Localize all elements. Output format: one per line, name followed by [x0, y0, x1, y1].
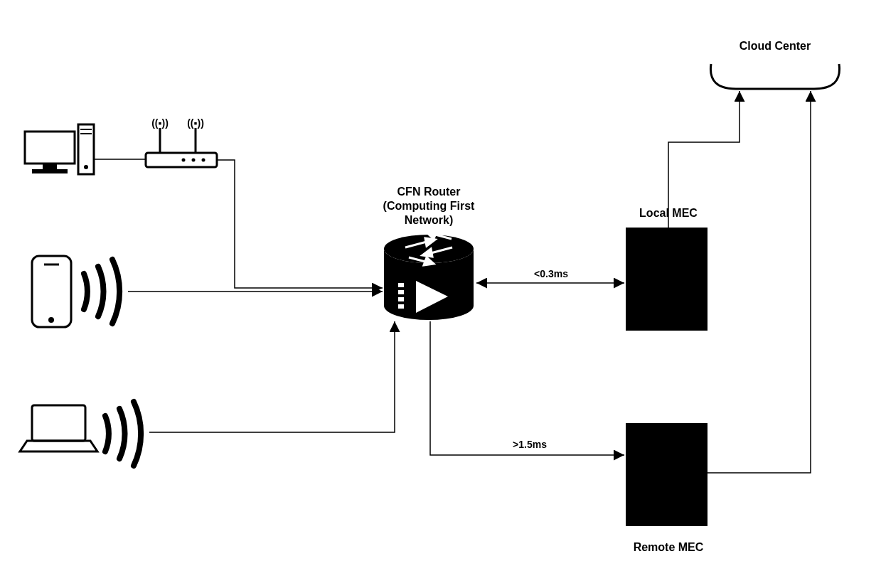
svg-text:((▪)): ((▪)) — [151, 117, 169, 129]
cloud-icon — [710, 64, 839, 89]
remote-mec-label: Remote MEC — [634, 541, 704, 553]
svg-rect-26 — [398, 304, 404, 309]
router-box-icon — [146, 153, 217, 167]
svg-point-4 — [84, 165, 88, 169]
latency-local-label: <0.3ms — [534, 268, 568, 279]
svg-rect-1 — [32, 169, 68, 173]
router-label-line1: CFN Router — [397, 186, 461, 198]
smartphone-icon — [32, 256, 71, 327]
local-mec-server — [626, 228, 708, 331]
svg-rect-24 — [398, 290, 404, 294]
cloud-center: Cloud Center — [710, 40, 839, 89]
remote-mec-server — [626, 423, 708, 526]
cfn-router — [384, 231, 474, 320]
svg-point-10 — [192, 159, 196, 162]
monitor-icon — [25, 132, 75, 164]
svg-rect-25 — [398, 297, 404, 301]
smartphone-device — [32, 256, 71, 327]
router-label-line3: Network) — [405, 214, 453, 226]
laptop-screen-icon — [32, 405, 85, 441]
edge-remote-cloud — [708, 91, 811, 473]
wifi-router: ((▪)) ((▪)) — [146, 117, 217, 167]
router-label-line2: (Computing First — [383, 200, 476, 212]
svg-rect-23 — [398, 283, 404, 287]
svg-point-12 — [48, 317, 54, 323]
latency-remote-label: >1.5ms — [513, 439, 547, 450]
edge-laptop-router — [149, 321, 395, 432]
edge-router-remote — [430, 321, 624, 455]
svg-point-11 — [202, 159, 205, 162]
svg-rect-0 — [43, 164, 57, 169]
cloud-center-label: Cloud Center — [739, 40, 811, 52]
wifi-icon — [84, 260, 119, 324]
svg-point-9 — [182, 159, 186, 162]
laptop-device — [20, 405, 97, 451]
laptop-base-icon — [20, 441, 97, 451]
edge-ap-router — [217, 160, 383, 288]
desktop-device — [25, 124, 94, 174]
svg-text:((▪)): ((▪)) — [187, 117, 204, 129]
wifi-icon — [105, 402, 141, 466]
